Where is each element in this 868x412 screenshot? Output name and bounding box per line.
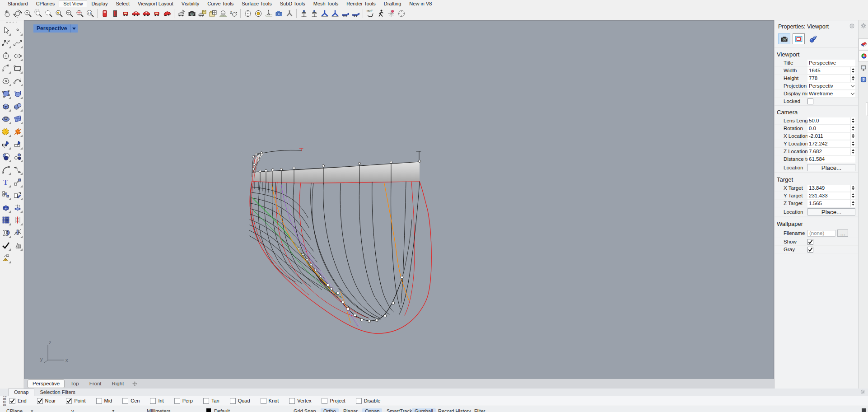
spinner-buttons[interactable] bbox=[850, 192, 855, 199]
spinner-buttons[interactable] bbox=[850, 75, 855, 82]
status-item-osnap[interactable]: Osnap bbox=[362, 408, 382, 412]
checkbox-project[interactable] bbox=[322, 398, 327, 404]
sphere-icon[interactable] bbox=[12, 100, 23, 112]
osnap-tab-osnap[interactable]: Osnap bbox=[8, 389, 34, 396]
menu-item-render-tools[interactable]: Render Tools bbox=[342, 0, 380, 7]
chevron-down-icon[interactable] bbox=[70, 24, 78, 33]
arc-icon[interactable] bbox=[0, 62, 11, 74]
zoom-window-icon[interactable] bbox=[33, 9, 43, 19]
menu-item-drafting[interactable]: Drafting bbox=[380, 0, 406, 7]
checkbox-locked[interactable] bbox=[807, 98, 813, 104]
menu-item-surface-tools[interactable]: Surface Tools bbox=[238, 0, 275, 7]
gear-icon[interactable] bbox=[860, 389, 866, 396]
checkbox-end[interactable] bbox=[9, 398, 15, 404]
ellipse-icon[interactable] bbox=[12, 50, 23, 61]
smarttrack-origin-icon[interactable] bbox=[386, 9, 396, 19]
checkbox-gray[interactable] bbox=[807, 247, 813, 253]
osnap-tab-selection-filters[interactable]: Selection Filters bbox=[34, 389, 80, 396]
gear-icon[interactable] bbox=[859, 20, 868, 31]
select-pointer-icon[interactable] bbox=[0, 24, 11, 36]
spinner-buttons[interactable] bbox=[850, 140, 855, 147]
checkbox-mid[interactable] bbox=[96, 398, 102, 404]
copy-icon[interactable] bbox=[0, 189, 11, 201]
status-item-planar[interactable]: Planar bbox=[343, 408, 358, 412]
orbit-camera-icon[interactable]: 2 bbox=[228, 9, 238, 19]
first-person-seat-icon[interactable] bbox=[309, 9, 319, 19]
bottom-view-icon[interactable] bbox=[141, 9, 151, 19]
viewport-tab-right[interactable]: Right bbox=[107, 380, 128, 388]
status-item-grid-snap[interactable]: Grid Snap bbox=[294, 408, 316, 412]
menu-item-visibility[interactable]: Visibility bbox=[177, 0, 204, 7]
perspective-view-icon[interactable] bbox=[162, 9, 172, 19]
value-field[interactable]: 50.0 bbox=[807, 117, 850, 124]
flip-direction-icon[interactable] bbox=[0, 227, 11, 239]
spinner-buttons[interactable] bbox=[850, 185, 855, 192]
checkbox-vertex[interactable] bbox=[289, 398, 295, 404]
offset-surface-icon[interactable] bbox=[12, 201, 23, 213]
gear-icon[interactable] bbox=[849, 23, 855, 31]
glide-view-icon[interactable] bbox=[350, 9, 361, 19]
box-icon[interactable] bbox=[0, 100, 11, 112]
turntable-360-icon[interactable]: 360° bbox=[365, 9, 375, 19]
fillet-curves-icon[interactable] bbox=[0, 164, 11, 175]
checkbox-int[interactable] bbox=[150, 398, 156, 404]
viewport-tab-front[interactable]: Front bbox=[85, 380, 106, 388]
walkabout-icon[interactable] bbox=[375, 9, 386, 19]
circle-icon[interactable] bbox=[0, 50, 11, 61]
zoom-lens-icon[interactable] bbox=[253, 9, 263, 19]
spinner-buttons[interactable] bbox=[850, 117, 855, 124]
spinner-buttons[interactable] bbox=[850, 148, 855, 155]
status-item-default[interactable]: Default bbox=[214, 408, 230, 412]
explode-curves-icon[interactable] bbox=[12, 126, 23, 137]
blend-curves-icon[interactable] bbox=[12, 164, 23, 175]
menu-item-subd-tools[interactable]: SubD Tools bbox=[276, 0, 309, 7]
extrude-surface-icon[interactable] bbox=[0, 201, 11, 213]
plumb-camera-icon[interactable] bbox=[263, 9, 274, 19]
menu-item-standard[interactable]: Standard bbox=[4, 0, 32, 7]
viewport-tab-icon[interactable] bbox=[793, 33, 805, 44]
value-field[interactable]: 0.0 bbox=[807, 125, 850, 132]
help-panel-tab-icon[interactable]: ? bbox=[859, 74, 868, 85]
viewport-title-tab[interactable]: Perspective bbox=[33, 24, 78, 33]
perspective-viewport[interactable]: Perspective z x y bbox=[24, 20, 774, 379]
status-item-smarttrack[interactable]: SmartTrack bbox=[387, 408, 412, 412]
explode-icon[interactable] bbox=[0, 126, 11, 137]
value-field[interactable]: 1.565 bbox=[807, 200, 850, 207]
panel-scrollbar-thumb[interactable] bbox=[866, 103, 868, 116]
status-item-z[interactable]: z bbox=[112, 408, 115, 412]
value-field[interactable]: 778 bbox=[807, 75, 850, 82]
save-named-view-icon[interactable] bbox=[197, 9, 207, 19]
spinner-buttons[interactable] bbox=[850, 200, 855, 207]
monitor-panel-tab-icon[interactable] bbox=[859, 62, 868, 74]
first-person-stand-icon[interactable] bbox=[299, 9, 309, 19]
three-point-view-icon[interactable] bbox=[284, 9, 294, 19]
value-field[interactable]: 13.849 bbox=[807, 185, 850, 192]
top-view-icon[interactable] bbox=[131, 9, 141, 19]
isometric-ne-icon[interactable] bbox=[319, 9, 330, 19]
split-viewport-icon[interactable] bbox=[110, 9, 120, 19]
single-point-icon[interactable] bbox=[12, 24, 23, 36]
synchronize-views-icon[interactable] bbox=[243, 9, 253, 19]
maximize-viewport-icon[interactable] bbox=[99, 9, 110, 19]
checkbox-cen[interactable] bbox=[122, 398, 128, 404]
display-panel-tab-icon[interactable] bbox=[859, 50, 868, 62]
filename-field[interactable]: (none) bbox=[807, 230, 835, 237]
dropdown-field[interactable]: Wireframe bbox=[807, 90, 855, 97]
toolbar-grip[interactable] bbox=[0, 22, 23, 23]
checkbox-near[interactable] bbox=[37, 398, 43, 404]
spinner-buttons[interactable] bbox=[850, 133, 855, 140]
checkbox-disable[interactable] bbox=[356, 398, 362, 404]
rotate-view-icon[interactable] bbox=[12, 9, 23, 19]
layer-color-swatch[interactable] bbox=[206, 408, 211, 412]
checkbox-tan[interactable] bbox=[203, 398, 209, 404]
insert-knot-icon[interactable] bbox=[12, 214, 23, 226]
zoom-1to1-icon[interactable]: 1:1 bbox=[85, 9, 95, 19]
interpolate-curve-icon[interactable] bbox=[12, 37, 23, 49]
properties-panel-tab-icon[interactable] bbox=[859, 38, 868, 50]
back-view-icon[interactable] bbox=[151, 9, 162, 19]
pan-view-icon[interactable] bbox=[2, 9, 12, 19]
named-views-icon[interactable] bbox=[207, 9, 218, 19]
front-view-icon[interactable] bbox=[120, 9, 131, 19]
zoom-selected-icon[interactable] bbox=[43, 9, 54, 19]
value-field[interactable]: Perspective bbox=[807, 60, 855, 66]
